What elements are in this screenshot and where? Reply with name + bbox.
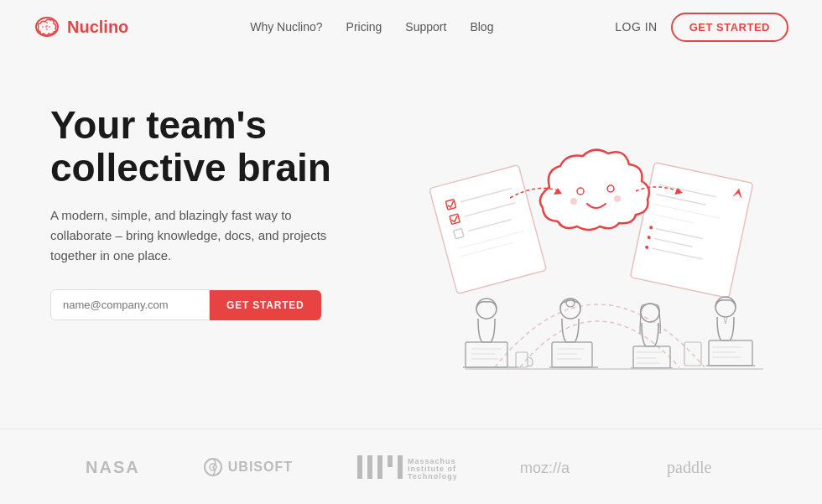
nasa-logo: NASA [81, 455, 140, 480]
mit-logo: Massachusetts Institute of Technology [356, 452, 456, 482]
paddle-logo: paddle [665, 455, 741, 480]
hero-left: Your team's collective brain A modern, s… [50, 87, 386, 320]
svg-text:NASA: NASA [86, 458, 140, 476]
nav-why-nuclino[interactable]: Why Nuclino? [250, 20, 322, 34]
svg-point-24 [614, 195, 621, 202]
hero-title: Your team's collective brain [50, 104, 386, 189]
svg-rect-36 [552, 342, 592, 367]
ubisoft-icon [203, 457, 223, 477]
svg-rect-10 [630, 162, 752, 298]
logo[interactable]: Nuclino [34, 15, 128, 39]
svg-rect-48 [709, 340, 752, 366]
hero-form: GET STARTED [50, 289, 386, 320]
svg-point-41 [641, 304, 659, 322]
login-button[interactable]: LOG IN [615, 20, 657, 34]
mozilla-logo: moz://a [518, 455, 602, 480]
header-actions: LOG IN GET STARTED [615, 13, 788, 42]
ubisoft-logo: UBISOFT [203, 457, 293, 477]
svg-rect-58 [357, 455, 362, 479]
illustration-svg [386, 107, 788, 409]
nav-support[interactable]: Support [405, 20, 446, 34]
header-get-started-button[interactable]: GET STARTED [671, 13, 788, 42]
nav-blog[interactable]: Blog [470, 20, 493, 34]
svg-text:paddle: paddle [667, 458, 711, 477]
svg-rect-42 [633, 346, 670, 368]
hero-get-started-button[interactable]: GET STARTED [210, 290, 321, 320]
paddle-icon: paddle [665, 455, 741, 480]
email-input[interactable] [50, 289, 210, 320]
nav-pricing[interactable]: Pricing [346, 20, 382, 34]
svg-rect-60 [377, 455, 382, 479]
mozilla-icon: moz://a [518, 455, 602, 480]
main-nav: Why Nuclino? Pricing Support Blog [250, 20, 493, 34]
svg-rect-28 [466, 342, 507, 367]
svg-rect-61 [388, 455, 393, 467]
svg-rect-1 [429, 164, 547, 294]
svg-text:moz://a: moz://a [520, 460, 570, 476]
logos-section: NASA UBISOFT Massachusetts Institute of … [0, 429, 822, 504]
svg-rect-62 [398, 455, 403, 479]
hero-illustration [386, 87, 788, 429]
logo-text: Nuclino [67, 18, 128, 37]
logo-icon [34, 15, 60, 39]
svg-rect-59 [367, 455, 372, 479]
svg-text:Technology: Technology [408, 472, 456, 481]
nasa-icon: NASA [81, 455, 140, 480]
hero-subtitle: A modern, simple, and blazingly fast way… [50, 205, 336, 266]
svg-point-23 [570, 198, 577, 205]
mit-icon: Massachusetts Institute of Technology [356, 452, 456, 482]
